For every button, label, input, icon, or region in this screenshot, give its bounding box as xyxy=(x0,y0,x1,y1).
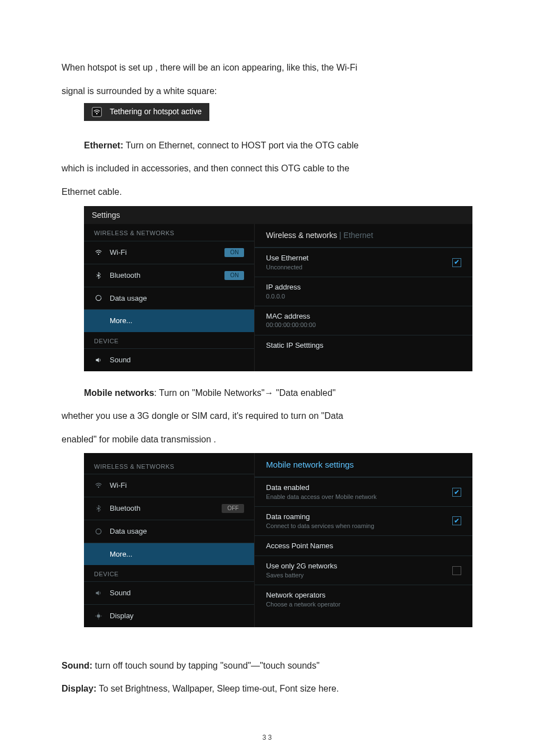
paragraph-mobile-3: enabled" for mobile data transmission . xyxy=(62,428,472,451)
use-2g-row[interactable]: Use only 2G networksSaves battery ✔ xyxy=(255,556,472,585)
apn-row[interactable]: Access Point Names xyxy=(255,535,472,556)
sidebar-item-label: Display xyxy=(110,612,134,620)
network-operators-row[interactable]: Network operatorsChoose a network operat… xyxy=(255,585,472,614)
svg-point-5 xyxy=(96,529,101,534)
sidebar-item-label: More... xyxy=(110,550,132,559)
settings-left-panel: WIRELESS & NETWORKS Wi-Fi ON Bluetooth O… xyxy=(84,224,255,371)
sidebar-item-more-2[interactable]: More... xyxy=(84,543,254,566)
sidebar-item-bluetooth-2[interactable]: Bluetooth OFF xyxy=(84,497,254,520)
wifi-icon xyxy=(94,482,103,489)
ethernet-heading: Ethernet: xyxy=(84,141,123,150)
sidebar-item-label: More... xyxy=(110,316,132,325)
row-subtitle: 0.0.0.0 xyxy=(266,293,461,300)
display-icon xyxy=(94,612,103,620)
sidebar-item-wifi[interactable]: Wi-Fi ON xyxy=(84,241,254,264)
wifi-icon xyxy=(94,249,103,256)
wireless-section-header-2: WIRELESS & NETWORKS xyxy=(84,453,254,474)
wireless-section-header: WIRELESS & NETWORKS xyxy=(84,224,254,240)
ethernet-text-1: Turn on Ethernet, connect to HOST port v… xyxy=(123,141,358,150)
paragraph-ethernet-1: Ethernet: Turn on Ethernet, connect to H… xyxy=(62,134,472,157)
bluetooth-toggle-2[interactable]: OFF xyxy=(222,504,244,513)
use-ethernet-checkbox[interactable]: ✔ xyxy=(452,258,461,267)
row-title: Network operators xyxy=(266,591,461,600)
sidebar-item-wifi-2[interactable]: Wi-Fi xyxy=(84,474,254,497)
settings-ethernet-screenshot: Settings WIRELESS & NETWORKS Wi-Fi ON Bl… xyxy=(84,206,472,371)
sound-text: turn off touch sound by tapping "sound"—… xyxy=(92,661,320,670)
data-usage-icon xyxy=(94,528,103,535)
row-title: Data enabled xyxy=(266,483,447,492)
row-title: Static IP Setttings xyxy=(266,341,461,350)
row-title: Data roaming xyxy=(266,512,447,521)
sidebar-item-label: Sound xyxy=(110,589,131,598)
row-title: MAC address xyxy=(266,312,461,321)
data-roaming-row[interactable]: Data roamingConnect to data services whe… xyxy=(255,506,472,535)
sidebar-item-bluetooth[interactable]: Bluetooth ON xyxy=(84,264,254,287)
row-subtitle: Choose a network operator xyxy=(266,601,461,608)
settings-left-panel-2: WIRELESS & NETWORKS Wi-Fi Bluetooth OFF … xyxy=(84,453,255,627)
sidebar-item-sound-2[interactable]: Sound xyxy=(84,581,254,604)
paragraph-mobile-2: whether you use a 3G dongle or SIM card,… xyxy=(62,404,472,428)
ip-address-row: IP address0.0.0.0 xyxy=(255,277,472,306)
sidebar-item-display-2[interactable]: Display xyxy=(84,604,254,627)
svg-point-2 xyxy=(98,253,99,254)
paragraph-ethernet-3: Ethernet cable. xyxy=(62,180,472,204)
row-subtitle: Saves battery xyxy=(266,572,447,579)
right-panel-header: Wireless & networks | Ethernet xyxy=(255,224,472,248)
svg-rect-0 xyxy=(92,108,102,117)
static-ip-row[interactable]: Static IP Setttings xyxy=(255,335,472,356)
row-title: Use only 2G networks xyxy=(266,562,447,571)
row-subtitle: Connect to data services when roaming xyxy=(266,522,447,530)
sidebar-item-sound[interactable]: Sound xyxy=(84,348,254,371)
paragraph-hotspot-2: signal is surrounded by a white square: xyxy=(62,80,472,103)
row-title: IP address xyxy=(266,283,461,292)
mobile-text-1: : Turn on "Mobile Networks"→ "Data enabl… xyxy=(154,388,335,398)
settings-title: Settings xyxy=(84,206,472,225)
mobile-networks-heading: Mobile networks xyxy=(84,388,154,398)
sidebar-item-label: Bluetooth xyxy=(110,504,140,513)
sound-icon xyxy=(94,356,103,364)
mobile-settings-header: Mobile network settings xyxy=(255,453,472,477)
sidebar-item-label: Data usage xyxy=(110,294,147,303)
data-roaming-checkbox[interactable]: ✔ xyxy=(452,516,461,525)
row-title: Access Point Names xyxy=(266,542,461,550)
bluetooth-toggle[interactable]: ON xyxy=(224,271,244,280)
right-head-sub: Ethernet xyxy=(344,231,373,240)
sound-heading: Sound: xyxy=(62,661,92,670)
sidebar-item-label: Data usage xyxy=(110,527,147,536)
data-enabled-checkbox[interactable]: ✔ xyxy=(452,488,461,497)
svg-point-1 xyxy=(96,113,97,114)
page-number: 3 3 xyxy=(62,734,472,741)
tethering-notification: Tethering or hotspot active xyxy=(84,103,209,121)
sidebar-item-data-usage[interactable]: Data usage xyxy=(84,287,254,310)
paragraph-display: Display: To set Brightness, Wallpaper, S… xyxy=(62,677,472,701)
mobile-network-screenshot: WIRELESS & NETWORKS Wi-Fi Bluetooth OFF … xyxy=(84,453,472,627)
display-text: To set Brightness, Wallpaper, Sleep time… xyxy=(96,684,339,693)
sidebar-item-label: Wi-Fi xyxy=(110,248,127,257)
sidebar-item-label: Sound xyxy=(110,356,131,365)
mac-address-row: MAC address00:00:00:00:00:00 xyxy=(255,306,472,335)
device-section-header-2: DEVICE xyxy=(84,565,254,581)
data-enabled-row[interactable]: Data enabledEnable data access over Mobi… xyxy=(255,477,472,506)
device-section-header: DEVICE xyxy=(84,332,254,348)
wifi-boxed-icon xyxy=(92,107,102,117)
bluetooth-icon xyxy=(94,505,103,512)
paragraph-ethernet-2: which is included in accessories, and th… xyxy=(62,157,472,180)
use-2g-checkbox[interactable]: ✔ xyxy=(452,566,461,575)
right-head-main: Wireless & networks xyxy=(266,231,337,240)
paragraph-hotspot-1: When hotspot is set up , there will be a… xyxy=(62,56,472,80)
mobile-right-panel: Mobile network settings Data enabledEnab… xyxy=(255,453,472,627)
sidebar-item-more[interactable]: More... xyxy=(84,309,254,332)
display-heading: Display: xyxy=(62,684,96,693)
sidebar-item-label: Bluetooth xyxy=(110,271,140,280)
row-subtitle: Enable data access over Mobile network xyxy=(266,493,447,501)
row-subtitle: Unconnected xyxy=(266,264,447,271)
use-ethernet-row[interactable]: Use EthernetUnconnected ✔ xyxy=(255,248,472,277)
svg-point-4 xyxy=(98,487,99,488)
bluetooth-icon xyxy=(94,272,103,279)
row-title: Use Ethernet xyxy=(266,254,447,263)
wifi-toggle[interactable]: ON xyxy=(224,248,244,257)
paragraph-sound: Sound: turn off touch sound by tapping "… xyxy=(62,654,472,678)
sidebar-item-label: Wi-Fi xyxy=(110,481,127,490)
svg-point-6 xyxy=(97,614,100,618)
sidebar-item-data-usage-2[interactable]: Data usage xyxy=(84,520,254,543)
